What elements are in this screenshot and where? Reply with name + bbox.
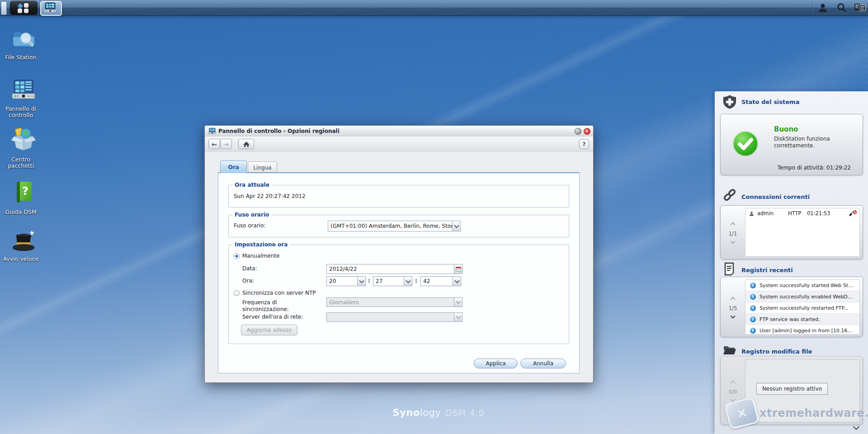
info-icon: i [750,283,756,288]
forward-button[interactable]: → [220,139,232,149]
desktop-icon-quick-start[interactable] [3,229,44,254]
desktop-icon-dsm-help[interactable]: ? [3,181,44,205]
minimize-button[interactable] [575,128,581,135]
pager-label: 1/1 [729,231,737,237]
help-book-icon: ? [12,181,35,203]
minute-select[interactable]: 27 [373,276,412,286]
file-log-pager: 0/0 [721,357,745,425]
widgets-icon [854,3,866,12]
chevron-down-icon [359,278,364,283]
user-icon [749,211,754,216]
date-label: Data: [242,265,257,272]
cancel-button[interactable]: Annulla [520,359,566,368]
status-ok-icon [732,131,759,157]
taskbar-item-control-panel[interactable] [40,1,62,16]
dropdown-button[interactable] [357,277,365,286]
taskbar-separator [812,1,812,14]
log-row[interactable]: iUser [admin] logged in from [10.16... [745,325,859,335]
help-button[interactable]: ? [579,139,589,149]
log-row[interactable]: iFTP service was started. [745,314,859,325]
user-menu-button[interactable] [815,2,831,13]
date-input[interactable]: 2012/4/22 [326,264,462,274]
status-description: DiskStation funziona correttamente. [774,136,853,149]
manual-radio-label[interactable]: Manualmente [242,253,279,259]
connections-list: admin HTTP 01:21:53 [745,208,860,257]
control-panel-window: Pannello di controllo - Opzioni regional… [204,125,594,383]
time-label: Ora: [242,278,254,284]
desktop-icon-package-center[interactable] [3,127,44,152]
main-menu-button[interactable] [10,1,38,15]
connection-user: admin [757,210,788,217]
desktop-icon-file-station[interactable] [3,28,44,52]
sidebar-collapse-button[interactable] [852,424,861,430]
desktop-icon-label[interactable]: File Station [0,54,42,61]
back-button[interactable]: ← [208,139,220,149]
ntp-server-select[interactable] [326,312,462,322]
desktop-icon-label[interactable]: Avvio veloce [0,256,42,262]
dropdown-button[interactable] [452,221,460,231]
chevron-down-icon [456,314,461,319]
connection-row[interactable]: admin HTTP 01:21:53 [745,208,859,218]
hour-select[interactable]: 20 [326,276,366,286]
desktop-icon-control-panel[interactable] [3,80,44,102]
uptime-value: Tempo di attività: 01:29:22 [778,165,851,171]
window-titlebar[interactable]: Pannello di controllo - Opzioni regional… [205,126,593,137]
time-setting-group: Impostazione ora Manualmente Data: 2012/… [228,245,569,344]
tab-ora[interactable]: Ora [220,160,247,173]
control-panel-icon [11,80,36,100]
dropdown-button[interactable] [454,313,462,321]
ntp-radio[interactable] [234,290,240,296]
disconnect-icon[interactable] [849,210,857,217]
recent-logs-title: Registri recenti [741,267,793,274]
dropdown-button[interactable] [454,298,462,307]
search-button[interactable] [834,2,850,13]
apply-button[interactable]: Applica [474,359,518,368]
user-icon [818,3,828,12]
log-row[interactable]: iSystem successfully started Web St... [745,280,859,291]
desktop: File Station Pannello di controllo Centr… [0,0,868,434]
status-value: Buono [774,125,798,133]
chevron-down-icon [456,299,461,304]
show-desktop-button[interactable] [1,1,7,15]
close-button[interactable]: ✕ [584,128,590,135]
pager-label: 1/5 [729,305,737,311]
logs-pager: 1/5 [721,277,745,337]
chevron-down-icon [454,278,459,283]
connections-icon [722,187,737,203]
log-row[interactable]: iSystem successfully restarted FTP... [745,302,859,314]
info-icon: i [750,328,756,334]
home-button[interactable] [238,139,254,149]
home-icon [243,141,250,147]
file-log-title: Registro modifica file [741,348,812,355]
recent-logs-panel: 1/5 iSystem successfully started Web St.… [720,277,863,337]
pager-down-icon [730,397,735,402]
desktop-icon-label[interactable]: Centro pacchetti [0,156,42,169]
pager-up-icon[interactable] [730,222,735,227]
ntp-radio-label[interactable]: Sincronizza con server NTP [242,290,316,296]
recent-logs-icon [723,262,736,276]
tab-lingua[interactable]: Lingua [248,161,277,173]
pager-up-icon[interactable] [730,297,735,302]
pager-down-icon[interactable] [730,313,735,318]
time-setting-legend: Impostazione ora [232,241,290,248]
update-now-button[interactable]: Aggiorna adesso [241,325,297,335]
calendar-button[interactable] [454,264,462,274]
file-station-icon [11,28,36,51]
pager-down-icon[interactable] [730,239,735,244]
chevron-down-icon [853,423,859,429]
dropdown-button[interactable] [453,277,461,286]
logs-list: iSystem successfully started Web St... i… [745,279,860,335]
desktop-icon-label[interactable]: Pannello di controllo [0,106,42,118]
frequency-select[interactable]: Giornaliero [326,297,462,307]
pilot-view-button[interactable] [852,2,868,13]
connection-protocol: HTTP [788,210,807,217]
info-icon: i [750,316,756,322]
second-select[interactable]: 42 [420,276,461,286]
log-row[interactable]: iSystem successfully enabled WebD... [745,291,859,302]
manual-radio[interactable] [234,253,240,259]
package-center-icon [10,127,37,151]
dropdown-button[interactable] [404,277,412,286]
timezone-select[interactable]: (GMT+01:00) Amsterdam, Berlin, Rome, Sto… [328,221,461,231]
desktop-icon-label[interactable]: Guida DSM [0,209,42,215]
control-panel-icon [44,2,57,13]
